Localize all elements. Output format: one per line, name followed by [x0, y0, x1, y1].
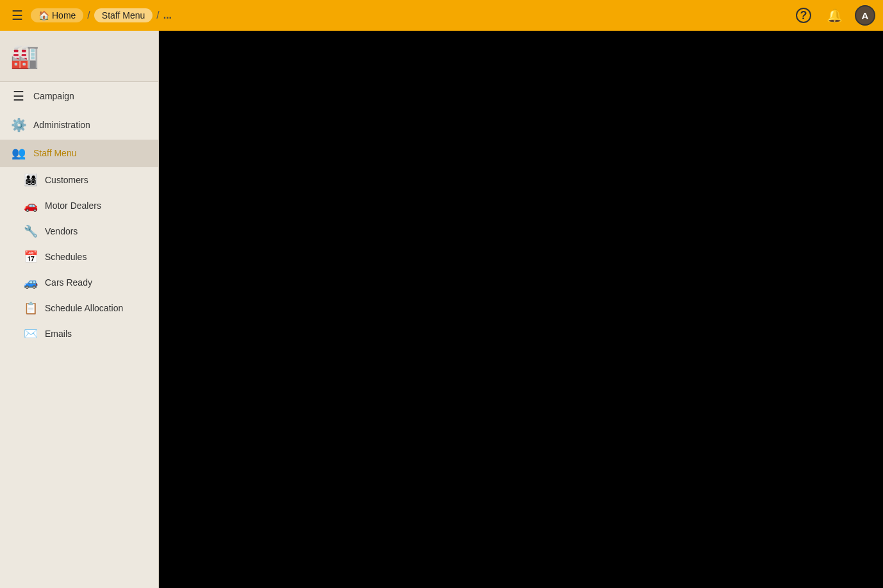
sidebar-subitem-schedules-label: Schedules	[45, 252, 87, 262]
schedules-icon: 📅	[23, 250, 38, 264]
header-left: ☰ 🏠 Home / Staff Menu / ...	[8, 5, 172, 26]
sidebar-item-campaign-label: Campaign	[33, 91, 74, 101]
emails-icon: ✉️	[23, 327, 38, 341]
sidebar-subitem-emails-label: Emails	[45, 329, 72, 339]
sidebar-subitem-schedule-allocation-label: Schedule Allocation	[45, 303, 123, 313]
breadcrumb-staff-menu-label: Staff Menu	[102, 10, 145, 20]
main-layout: 🏭 ☰ Campaign ⚙️ Administration 👥 Staff M…	[0, 31, 883, 588]
help-icon: ?	[796, 8, 811, 23]
campaign-icon: ☰	[10, 88, 27, 104]
logo-icon: 🏭	[10, 45, 39, 68]
staff-menu-icon: 👥	[10, 146, 27, 160]
sidebar-logo: 🏭	[0, 31, 158, 82]
breadcrumb-sep-2: /	[156, 10, 159, 21]
breadcrumb: 🏠 Home / Staff Menu / ...	[31, 8, 172, 22]
sidebar-item-staff-menu-label: Staff Menu	[33, 148, 76, 158]
sidebar-subitem-cars-ready-label: Cars Ready	[45, 277, 92, 288]
customers-icon: 👨‍👩‍👧‍👦	[23, 173, 38, 187]
sidebar-subitem-cars-ready[interactable]: 🚙 Cars Ready	[0, 270, 158, 295]
header: ☰ 🏠 Home / Staff Menu / ... ? 🔔 A	[0, 0, 883, 31]
schedule-allocation-icon: 📋	[23, 301, 38, 315]
breadcrumb-more-button[interactable]: ...	[163, 10, 172, 21]
notification-icon: 🔔	[827, 8, 843, 23]
header-right: ? 🔔 A	[793, 5, 875, 26]
sidebar-subitem-customers[interactable]: 👨‍👩‍👧‍👦 Customers	[0, 167, 158, 193]
sidebar-item-administration-label: Administration	[33, 120, 90, 130]
sidebar-nav: ☰ Campaign ⚙️ Administration 👥 Staff Men…	[0, 82, 158, 588]
administration-icon: ⚙️	[10, 117, 27, 133]
help-button[interactable]: ?	[793, 5, 814, 26]
sidebar-subitem-emails[interactable]: ✉️ Emails	[0, 321, 158, 347]
cars-ready-icon: 🚙	[23, 275, 38, 290]
sidebar: 🏭 ☰ Campaign ⚙️ Administration 👥 Staff M…	[0, 31, 159, 588]
breadcrumb-home[interactable]: 🏠 Home	[31, 8, 83, 22]
sidebar-item-administration[interactable]: ⚙️ Administration	[0, 111, 158, 140]
breadcrumb-home-label: Home	[52, 10, 76, 20]
sidebar-subitem-schedules[interactable]: 📅 Schedules	[0, 244, 158, 270]
avatar[interactable]: A	[855, 5, 875, 26]
sidebar-subitem-customers-label: Customers	[45, 175, 88, 185]
sidebar-subitem-motor-dealers-label: Motor Dealers	[45, 200, 101, 211]
breadcrumb-staff-menu[interactable]: Staff Menu	[94, 8, 153, 22]
sidebar-subitem-schedule-allocation[interactable]: 📋 Schedule Allocation	[0, 295, 158, 321]
hamburger-icon: ☰	[12, 8, 23, 23]
sidebar-subitem-vendors-label: Vendors	[45, 226, 78, 236]
home-icon: 🏠	[38, 10, 49, 20]
sidebar-subitem-motor-dealers[interactable]: 🚗 Motor Dealers	[0, 193, 158, 218]
motor-dealers-icon: 🚗	[23, 199, 38, 213]
sidebar-subitem-vendors[interactable]: 🔧 Vendors	[0, 218, 158, 244]
hamburger-button[interactable]: ☰	[8, 5, 27, 26]
breadcrumb-sep-1: /	[87, 10, 90, 21]
vendors-icon: 🔧	[23, 224, 38, 238]
sidebar-item-campaign[interactable]: ☰ Campaign	[0, 82, 158, 111]
main-content	[159, 31, 883, 588]
sidebar-item-staff-menu[interactable]: 👥 Staff Menu	[0, 140, 158, 167]
notification-button[interactable]: 🔔	[824, 5, 845, 26]
